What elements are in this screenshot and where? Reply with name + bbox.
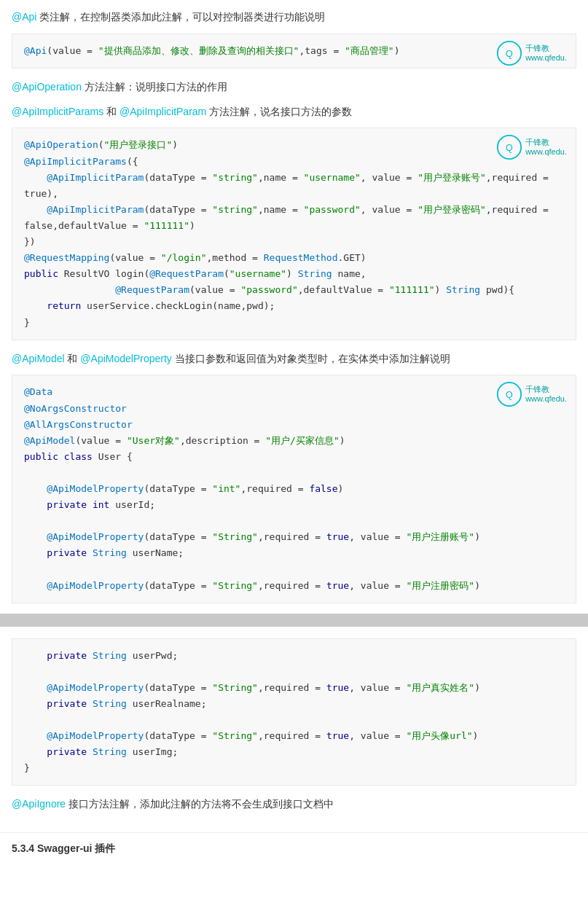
api-model-code-text: @Data @NoArgsConstructor @AllArgsConstru…: [24, 384, 564, 593]
qianfeng-logo-icon-2: Q: [496, 134, 522, 160]
qianfeng-logo-icon: Q: [496, 40, 522, 66]
logo-text-3: 千锋教www.qfedu.: [525, 385, 567, 404]
api-model-heading: @ApiModel 和 @ApiModelProperty 当接口参数和返回值为…: [12, 351, 576, 368]
annotation-apioperation-label: @ApiOperation: [12, 81, 82, 93]
qianfeng-logo-icon-3: Q: [496, 381, 522, 407]
annotation-apiignore-label: @ApiIgnore: [12, 798, 66, 810]
footer-title: 5.3.4 Swagger-ui 插件: [12, 842, 115, 854]
logo-block-2: Q 千锋教www.qfedu.: [496, 134, 567, 160]
annotation-apiimplicitparam-label: @ApiImplicitParam: [119, 106, 206, 117]
and-text-1: 和: [106, 106, 119, 117]
api-model-text: 当接口参数和返回值为对象类型时，在实体类中添加注解说明: [175, 353, 450, 364]
svg-text:Q: Q: [506, 143, 513, 153]
page-container: @Api 类注解，在控制器类添加此注解，可以对控制器类进行功能说明 Q 千锋教w…: [0, 0, 588, 900]
api-heading: @Api 类注解，在控制器类添加此注解，可以对控制器类进行功能说明: [12, 9, 576, 26]
svg-text:Q: Q: [506, 390, 513, 400]
svg-text:Q: Q: [506, 48, 513, 58]
annotation-apimodel-label: @ApiModel: [12, 353, 65, 364]
api-ignore-heading: @ApiIgnore 接口方法注解，添加此注解的方法将不会生成到接口文档中: [12, 796, 576, 813]
logo-text-2: 千锋教www.qfedu.: [525, 138, 567, 157]
gray-divider: [0, 614, 588, 627]
and-text-2: 和: [67, 353, 80, 364]
annotation-api: @Api: [12, 11, 36, 23]
api-operation-heading: @ApiOperation 方法注解：说明接口方法的作用: [12, 79, 576, 96]
api-implicit-code-text: @ApiOperation("用户登录接口") @ApiImplicitPara…: [24, 137, 564, 330]
api-code-text: @Api(value = "提供商品添加、修改、删除及查询的相关接口",tags…: [24, 43, 564, 59]
api-heading-text: 类注解，在控制器类添加此注解，可以对控制器类进行功能说明: [39, 11, 325, 23]
logo-block: Q 千锋教www.qfedu.: [496, 40, 567, 66]
logo-block-3: Q 千锋教www.qfedu.: [496, 381, 567, 407]
bottom-code-block: private String userPwd; @ApiModelPropert…: [12, 638, 576, 786]
api-ignore-text: 接口方法注解，添加此注解的方法将不会生成到接口文档中: [68, 798, 334, 810]
api-implicit-code-block: Q 千锋教www.qfedu. @ApiOperation("用户登录接口") …: [12, 128, 576, 340]
api-implicit-text: 方法注解，说名接口方法的参数: [209, 106, 352, 117]
bottom-section: private String userPwd; @ApiModelPropert…: [0, 638, 588, 833]
api-operation-text: 方法注解：说明接口方法的作用: [85, 81, 227, 93]
bottom-code-text: private String userPwd; @ApiModelPropert…: [24, 648, 564, 777]
footer-section: 5.3.4 Swagger-ui 插件: [0, 832, 588, 862]
api-implicit-heading: @ApiImplicitParams 和 @ApiImplicitParam 方…: [12, 103, 576, 121]
annotation-apiimplicitparams-label: @ApiImplicitParams: [12, 106, 103, 117]
logo-text: 千锋教www.qfedu.: [525, 44, 567, 63]
api-model-code-block: Q 千锋教www.qfedu. @Data @NoArgsConstructor…: [12, 375, 576, 603]
top-section: @Api 类注解，在控制器类添加此注解，可以对控制器类进行功能说明 Q 千锋教w…: [0, 0, 588, 603]
api-code-block: Q 千锋教www.qfedu. @Api(value = "提供商品添加、修改、…: [12, 34, 576, 69]
annotation-apimodelproperty-label: @ApiModelProperty: [80, 353, 172, 364]
